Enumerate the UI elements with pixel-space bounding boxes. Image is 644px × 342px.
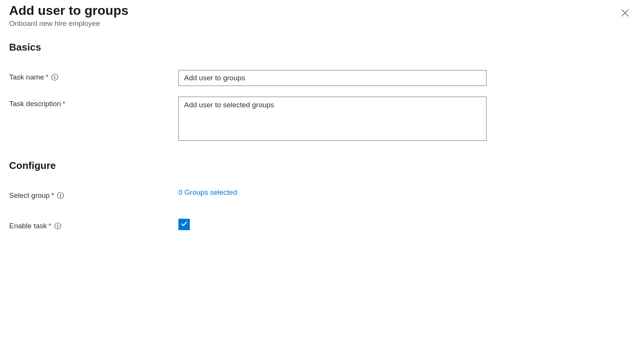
enable-task-label: Enable task xyxy=(9,222,47,230)
required-asterisk: * xyxy=(62,100,65,108)
select-group-label: Select group xyxy=(9,191,50,200)
svg-point-9 xyxy=(57,224,58,225)
close-button[interactable] xyxy=(618,6,632,21)
svg-point-6 xyxy=(60,194,61,194)
required-asterisk: * xyxy=(51,191,54,200)
task-description-label: Task description xyxy=(9,100,61,108)
info-icon[interactable] xyxy=(51,74,58,81)
page-title: Add user to groups xyxy=(9,3,129,18)
page-subtitle: Onboard new hire employee xyxy=(9,19,129,28)
basics-heading: Basics xyxy=(9,41,635,53)
info-icon[interactable] xyxy=(54,223,61,229)
svg-rect-10 xyxy=(57,226,58,228)
svg-point-3 xyxy=(54,75,55,76)
task-description-input[interactable]: Add user to selected groups xyxy=(178,97,487,141)
checkmark-icon xyxy=(180,220,188,229)
svg-rect-4 xyxy=(54,77,55,79)
svg-rect-7 xyxy=(60,195,61,197)
required-asterisk: * xyxy=(46,73,48,81)
task-name-label: Task name xyxy=(9,73,44,81)
task-name-input[interactable] xyxy=(178,70,487,86)
enable-task-checkbox[interactable] xyxy=(178,219,190,230)
close-icon xyxy=(620,13,630,19)
required-asterisk: * xyxy=(48,222,51,230)
groups-selected-link[interactable]: 0 Groups selected xyxy=(178,188,237,196)
info-icon[interactable] xyxy=(57,192,64,199)
configure-heading: Configure xyxy=(9,160,635,172)
